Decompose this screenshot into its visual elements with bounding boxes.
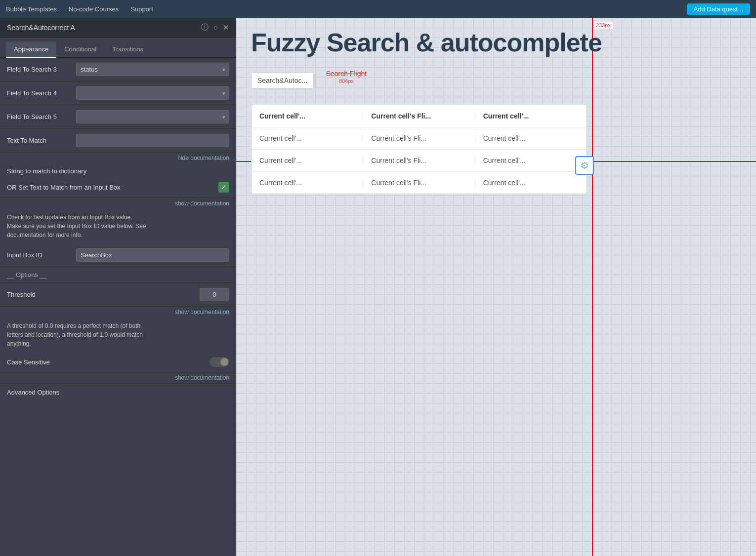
dim-h-label: 804px [326, 78, 367, 84]
show-documentation-link[interactable]: show documentation [0, 198, 236, 209]
table-cell: Current cell'... [252, 134, 363, 142]
string-to-match-label: String to match to dictionary [0, 163, 236, 177]
table-row: Current cell'... Current cell's Fli... C… [252, 172, 587, 194]
field-to-search-5-row: Field To Search 5 ▾ [0, 105, 236, 129]
table-cell: Current cell'... [475, 112, 587, 120]
tab-conditional[interactable]: Conditional [56, 41, 104, 58]
text-to-match-label: Text To Match [7, 137, 71, 144]
table-cell: Current cell'... [475, 157, 587, 164]
case-sensitive-row: Case Sensitive [0, 352, 236, 372]
hide-documentation-link[interactable]: hide documentation [0, 153, 236, 163]
input-box-id-label: Input Box ID [7, 251, 71, 259]
search-flight-block: Search Flight 804px [326, 69, 367, 85]
nav-templates[interactable]: Bubble Templates [6, 5, 57, 13]
field-to-search-3-input: status name email ▾ [76, 63, 229, 76]
field-to-search-3-row: Field To Search 3 status name email ▾ [0, 58, 236, 81]
table-cell: Current cell'... [252, 179, 363, 187]
tabs-row: Appearance Conditional Transitions [0, 38, 236, 58]
table-cell: Current cell'... [475, 134, 587, 142]
checkmark-icon[interactable]: ✓ [218, 182, 229, 193]
left-panel: Search&Autocorrect A ⓘ ○ ✕ Appearance Co… [0, 18, 236, 556]
canvas-content: Fuzzy Search & autocomplete Search&Autoc… [236, 18, 756, 556]
add-data-button[interactable]: Add Data quest... [687, 3, 750, 15]
table-cell: Current cell's Fli... [363, 112, 475, 120]
panel-header: Search&Autocorrect A ⓘ ○ ✕ [0, 18, 236, 38]
nav-support[interactable]: Support [130, 5, 153, 13]
field-to-search-4-select-wrapper: ▾ [76, 86, 229, 100]
field-to-search-5-label: Field To Search 5 [7, 113, 71, 120]
table-cell: Current cell's Fli... [363, 134, 475, 142]
input-box-id-row: Input Box ID [0, 243, 236, 267]
table-row: Current cell'... Current cell's Fli... C… [252, 127, 587, 150]
threshold-row: Threshold [0, 283, 236, 307]
top-nav: Bubble Templates No-code Courses Support… [0, 0, 756, 18]
field-to-search-3-select[interactable]: status name email [76, 63, 229, 76]
panel-content: Field To Search 3 status name email ▾ Fi… [0, 58, 236, 556]
table-cell: Current cell'... [252, 157, 363, 164]
tab-transitions[interactable]: Transitions [104, 41, 151, 58]
table-cell: Current cell's Fli... [363, 179, 475, 187]
field-to-search-3-select-wrapper: status name email ▾ [76, 63, 229, 76]
or-set-text-label: OR Set Text to Match from an Input Box [7, 184, 213, 191]
info-icon[interactable]: ⓘ [201, 23, 209, 32]
case-sensitive-toggle[interactable] [210, 357, 229, 367]
field-to-search-4-label: Field To Search 4 [7, 89, 71, 97]
panel-header-icons: ⓘ ○ ✕ [201, 23, 229, 32]
nav-courses[interactable]: No-code Courses [69, 5, 119, 13]
field-to-search-5-input: ▾ [76, 110, 229, 123]
show-documentation-2-link[interactable]: show documentation [0, 307, 236, 318]
table-row: Current cell'... Current cell's Fli... C… [252, 150, 587, 172]
advanced-options-label: Advanced Options [7, 389, 59, 396]
threshold-description: A threshold of 0.0 requires a perfect ma… [0, 318, 236, 352]
field-to-search-4-row: Field To Search 4 ▾ [0, 81, 236, 105]
panel-title: Search&Autocorrect A [7, 24, 75, 32]
text-to-match-row: Text To Match [0, 129, 236, 153]
close-icon[interactable]: ✕ [223, 23, 229, 32]
field-to-search-5-select-wrapper: ▾ [76, 110, 229, 123]
input-box-id-field[interactable] [76, 248, 229, 262]
text-to-match-input [76, 134, 229, 147]
threshold-field[interactable] [200, 288, 229, 301]
options-row: __ Options __ [0, 267, 236, 283]
tab-appearance[interactable]: Appearance [6, 41, 56, 58]
text-to-match-field[interactable] [76, 134, 229, 147]
threshold-label: Threshold [7, 291, 195, 298]
table-row: Current cell'... Current cell's Fli... C… [252, 105, 587, 127]
table-cell: Current cell's Fli... [363, 157, 475, 164]
or-set-text-row: OR Set Text to Match from an Input Box ✓ [0, 177, 236, 198]
field-to-search-4-select[interactable] [76, 86, 229, 100]
advanced-options-section: Advanced Options [0, 383, 236, 400]
gear-icon-selected[interactable]: ⚙ [575, 156, 594, 175]
page-title: Fuzzy Search & autocomplete [251, 28, 741, 57]
comment-icon[interactable]: ○ [213, 23, 218, 32]
case-sensitive-label: Case Sensitive [7, 358, 205, 366]
table-cell: Current cell'... [252, 112, 363, 120]
field-to-search-3-label: Field To Search 3 [7, 66, 71, 73]
data-table: Current cell'... Current cell's Fli... C… [251, 105, 587, 194]
toggle-knob [220, 358, 228, 366]
table-cell: Current cell'... [475, 179, 587, 187]
dim-v-label: 233px [594, 22, 613, 29]
canvas-area[interactable]: 233px Fuzzy Search & autocomplete Search… [236, 18, 756, 556]
show-documentation-3-link[interactable]: show documentation [0, 372, 236, 383]
main-layout: Search&Autocorrect A ⓘ ○ ✕ Appearance Co… [0, 18, 756, 556]
field-to-search-5-select[interactable] [76, 110, 229, 123]
search-element-block[interactable]: Search&Autoc... [251, 72, 314, 89]
field-to-search-4-input: ▾ [76, 86, 229, 100]
options-label: __ Options __ [7, 271, 47, 278]
search-flight-text: Search Flight [326, 70, 367, 78]
check-description: Check for fast updates from an Input Box… [0, 209, 236, 243]
